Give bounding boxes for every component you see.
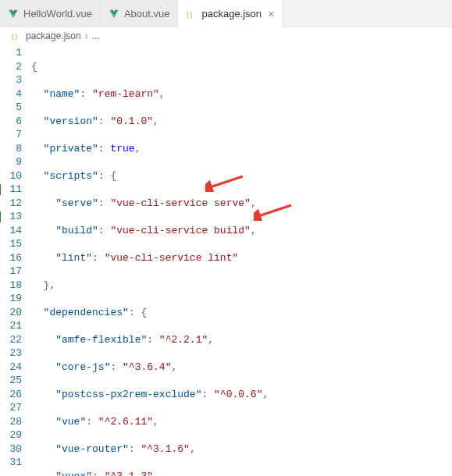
json-key: "vue"	[55, 416, 86, 428]
breadcrumb-file: package.json	[26, 30, 81, 41]
line-number: 14	[0, 224, 22, 238]
json-key: "postcss-px2rem-exclude"	[55, 389, 201, 400]
line-number: 21	[0, 319, 22, 333]
json-value: "^0.0.6"	[214, 389, 262, 400]
line-number: 6	[0, 115, 22, 129]
line-number: 13	[0, 210, 22, 224]
line-number: 19	[0, 292, 22, 306]
line-number: 3	[0, 73, 22, 87]
line-number: 30	[0, 442, 22, 456]
line-number: 23	[0, 346, 22, 361]
json-value: "^2.2.1"	[159, 334, 208, 346]
json-key: "lint"	[55, 252, 92, 264]
tab-label: HelloWorld.vue	[23, 8, 92, 20]
line-number: 8	[0, 142, 22, 156]
json-key: "core-js"	[55, 361, 110, 373]
line-number: 16	[0, 251, 22, 265]
line-number: 9	[0, 155, 22, 169]
json-value: "^3.1.3"	[105, 471, 153, 477]
line-number: 27	[0, 401, 22, 415]
json-value: "vue-cli-service serve"	[110, 197, 250, 209]
close-icon[interactable]: ×	[268, 8, 274, 20]
json-value: "vue-cli-service build"	[110, 225, 250, 236]
line-number: 17	[0, 265, 22, 279]
line-number: 7	[0, 128, 22, 142]
tab-label: package.json	[201, 8, 262, 20]
line-number: 22	[0, 333, 22, 347]
line-number: 18	[0, 279, 22, 293]
json-value: "0.1.0"	[110, 115, 153, 127]
json-value: "^2.6.11"	[98, 416, 153, 428]
vue-icon	[8, 9, 19, 20]
tab-packagejson[interactable]: {} package.json ×	[178, 0, 283, 27]
line-number: 12	[0, 197, 22, 211]
tab-label: About.vue	[124, 8, 170, 20]
json-value: "rem-learn"	[92, 88, 159, 100]
line-number: 10	[0, 169, 22, 183]
json-value: "^3.6.4"	[123, 361, 171, 373]
json-key: "vuex"	[55, 471, 92, 477]
line-number: 2	[0, 60, 22, 74]
json-key: "name"	[44, 88, 80, 100]
chevron-right-icon: ›	[85, 30, 88, 41]
line-number: 5	[0, 101, 22, 115]
line-number: 28	[0, 415, 22, 429]
brace: {	[31, 61, 37, 73]
vue-icon	[109, 9, 119, 20]
line-number: 31	[0, 456, 22, 470]
json-key: "private"	[44, 143, 98, 155]
json-icon: {}	[11, 30, 22, 41]
svg-text:{}: {}	[11, 32, 18, 41]
editor-tabs: HelloWorld.vue About.vue {} package.json…	[0, 0, 452, 27]
svg-text:{}: {}	[186, 9, 193, 18]
json-value: "vue-cli-service lint"	[105, 252, 239, 264]
json-value: "^3.1.6"	[141, 443, 189, 455]
breadcrumb-suffix: ...	[92, 30, 100, 41]
line-number: 25	[0, 374, 22, 388]
code-editor[interactable]: 1234567891011121314151617181920212223242…	[0, 44, 452, 476]
json-value: true	[110, 143, 134, 155]
line-number: 29	[0, 428, 22, 442]
line-number: 24	[0, 361, 22, 375]
line-number: 1	[0, 46, 22, 60]
json-icon: {}	[186, 9, 197, 20]
line-number: 26	[0, 388, 22, 402]
breadcrumb[interactable]: {} package.json › ...	[0, 27, 452, 44]
json-key: "vue-router"	[55, 443, 129, 455]
code-area[interactable]: { "name": "rem-learn", "version": "0.1.0…	[31, 44, 452, 476]
line-number-gutter: 1234567891011121314151617181920212223242…	[0, 44, 31, 476]
line-number: 15	[0, 237, 22, 251]
line-number: 4	[0, 87, 22, 101]
json-key: "dependencies"	[44, 307, 129, 318]
tab-helloworld[interactable]: HelloWorld.vue	[0, 0, 101, 27]
json-key: "scripts"	[44, 170, 98, 182]
line-number: 11	[0, 183, 22, 197]
line-number: 20	[0, 306, 22, 320]
json-key: "build"	[55, 225, 98, 236]
json-key: "serve"	[55, 197, 98, 209]
tab-about[interactable]: About.vue	[101, 0, 179, 27]
json-key: "amfe-flexible"	[55, 334, 147, 346]
json-key: "version"	[44, 115, 98, 127]
